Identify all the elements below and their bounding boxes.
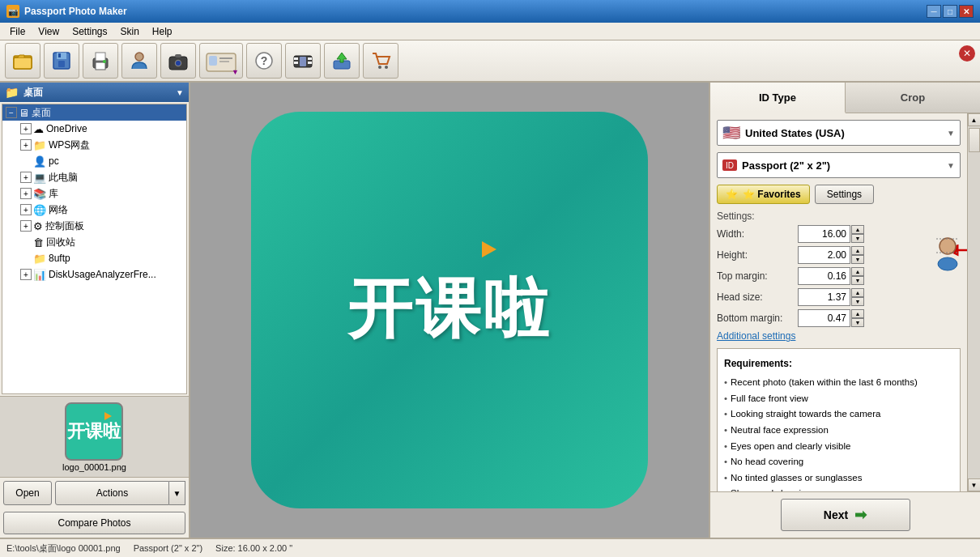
additional-settings-link[interactable]: Additional settings [717,330,961,342]
tree-item-onedrive[interactable]: + ☁ OneDrive [2,121,186,137]
country-dropdown[interactable]: 🇺🇸 United States (USA) ▼ [717,120,961,146]
tab-id-type[interactable]: ID Type [710,83,846,113]
toolbar-camera[interactable] [160,43,196,79]
height-input[interactable] [798,246,850,264]
open-button[interactable]: Open [3,481,52,505]
maximize-button[interactable]: □ [943,5,957,18]
favorites-button[interactable]: ⭐ ⭐ Favorites [717,185,810,204]
menubar: File View Settings Skin Help [0,23,980,40]
tree-label-ku: 库 [49,187,58,201]
toolbar-person[interactable] [121,43,157,79]
next-arrow-icon: ➡ [854,506,867,524]
toolbar-save[interactable] [44,43,79,79]
head-size-label: Head size: [717,291,798,303]
toolbar-help[interactable]: ? [246,43,282,79]
close-panel-button[interactable]: ✕ [959,45,975,62]
tree-label-recycle: 回收站 [46,236,75,249]
tree-expander-diskusage[interactable]: + [20,269,32,280]
top-margin-spin-down[interactable]: ▼ [851,276,864,285]
right-scrollbar[interactable]: ▲ ▼ [967,113,980,491]
actions-dropdown-arrow[interactable]: ▼ [169,481,185,505]
tree-icon-recycle: 🗑 [33,236,44,249]
settings-button[interactable]: Settings [815,185,874,204]
tab-crop[interactable]: Crop [846,83,980,113]
folder-dropdown-arrow[interactable]: ▼ [176,88,184,97]
head-size-spin-down[interactable]: ▼ [851,297,864,306]
tree-root-label: 桌面 [32,106,51,120]
tree-item-recycle[interactable]: 🗑 回收站 [2,234,186,250]
tree-expander-network[interactable]: + [20,204,32,215]
scroll-thumb[interactable] [969,128,980,152]
toolbar-export[interactable] [324,43,360,79]
width-input[interactable] [798,225,850,243]
toolbar-id-card[interactable]: ▼ [199,43,243,79]
tree-item-ku[interactable]: + 📚 库 [2,185,186,202]
id-type-dropdown[interactable]: ID Passport (2" x 2") ▼ [717,152,961,178]
tree-item-pc[interactable]: 👤 pc [2,153,186,169]
tree-root[interactable]: − 🖥 桌面 [2,104,186,121]
width-spin-down[interactable]: ▼ [851,234,864,243]
menu-file[interactable]: File [3,24,32,39]
actions-button[interactable]: Actions [55,481,169,505]
tree-item-controlpanel[interactable]: + ⚙ 控制面板 [2,218,186,234]
bottom-margin-input[interactable] [798,309,850,327]
height-spin-up[interactable]: ▲ [851,246,864,255]
thumbnail-image[interactable]: 开课啦 [65,402,123,461]
menu-view[interactable]: View [32,24,66,39]
width-spin-up[interactable]: ▲ [851,225,864,234]
bottom-margin-spin-down[interactable]: ▼ [851,318,864,327]
tree-expander-onedrive[interactable]: + [20,123,32,134]
svg-point-10 [135,53,143,61]
settings-header: Settings: [717,210,961,222]
close-button[interactable]: ✕ [959,5,974,18]
tree-expander-ku[interactable]: + [20,188,32,199]
svg-point-13 [176,61,181,66]
menu-settings[interactable]: Settings [66,24,113,39]
top-margin-input[interactable] [798,267,850,285]
toolbar-open-folder[interactable] [5,43,40,79]
country-flag: 🇺🇸 [722,124,740,142]
tree-label-wps: WPS网盘 [49,138,90,152]
toolbar-film[interactable] [285,43,321,79]
tree-expander-thispc[interactable]: + [20,172,32,183]
compare-photos-button[interactable]: Compare Photos [3,512,185,534]
toolbar-cart[interactable] [363,43,398,79]
svg-rect-4 [58,61,65,67]
toolbar-print[interactable] [83,43,118,79]
minimize-button[interactable]: ─ [927,5,941,18]
tree-icon-onedrive: ☁ [33,123,44,135]
svg-rect-8 [96,62,105,70]
head-size-spin-up[interactable]: ▲ [851,288,864,297]
tree-expander-wps[interactable]: + [20,139,32,151]
tree-root-expander[interactable]: − [6,107,17,118]
next-button[interactable]: Next ➡ [781,499,910,531]
height-spinbox: ▲ ▼ [851,246,864,264]
scroll-up-arrow[interactable]: ▲ [968,113,981,126]
width-row: Width: ▲ ▼ [717,225,961,243]
height-spin-down[interactable]: ▼ [851,255,864,264]
tree-icon-ftp: 📁 [33,253,46,265]
tree-item-ftp[interactable]: 📁 8uftp [2,250,186,266]
menu-skin[interactable]: Skin [114,24,146,39]
menu-help[interactable]: Help [146,24,179,39]
tree-icon-controlpanel: ⚙ [33,220,43,232]
top-margin-spin-up[interactable]: ▲ [851,267,864,276]
folder-header[interactable]: 📁 桌面 ▼ [0,83,189,102]
tree-item-diskusage[interactable]: + 📊 DiskUsageAnalyzerFre... [2,266,186,283]
country-name: United States (USA) [745,127,947,139]
scroll-down-arrow[interactable]: ▼ [968,478,981,491]
bottom-margin-spin-up[interactable]: ▲ [851,309,864,318]
tree-icon-network: 🌐 [33,204,46,216]
right-panel: ID Type Crop 🇺🇸 United States (USA) ▼ ID… [709,83,980,538]
right-content: 🇺🇸 United States (USA) ▼ ID Passport (2"… [710,113,967,491]
tree-icon-wps: 📁 [33,139,46,151]
tree-expander-controlpanel[interactable]: + [20,220,32,232]
tree-item-network[interactable]: + 🌐 网络 [2,202,186,218]
head-size-input[interactable] [798,288,850,306]
toolbar: ▼ ? ✕ [0,40,980,83]
file-tree[interactable]: − 🖥 桌面 + ☁ OneDrive + 📁 WPS网盘 👤 pc [2,104,187,394]
tree-item-wps[interactable]: + 📁 WPS网盘 [2,137,186,153]
head-diagram [935,235,961,275]
country-chevron-icon: ▼ [947,129,955,138]
tree-item-thispc[interactable]: + 💻 此电脑 [2,169,186,185]
